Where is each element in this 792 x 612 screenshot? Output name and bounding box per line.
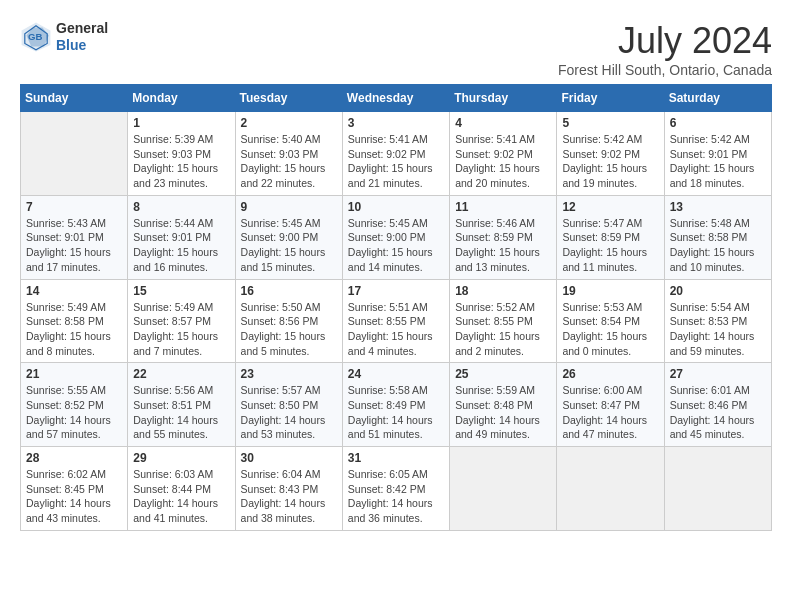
day-info: Sunrise: 5:51 AM Sunset: 8:55 PM Dayligh…: [348, 300, 444, 359]
calendar-cell: 31Sunrise: 6:05 AM Sunset: 8:42 PM Dayli…: [342, 447, 449, 531]
day-number: 22: [133, 367, 229, 381]
day-number: 20: [670, 284, 766, 298]
calendar-cell: 21Sunrise: 5:55 AM Sunset: 8:52 PM Dayli…: [21, 363, 128, 447]
calendar-cell: 2Sunrise: 5:40 AM Sunset: 9:03 PM Daylig…: [235, 112, 342, 196]
calendar-cell: 16Sunrise: 5:50 AM Sunset: 8:56 PM Dayli…: [235, 279, 342, 363]
calendar-cell: 8Sunrise: 5:44 AM Sunset: 9:01 PM Daylig…: [128, 195, 235, 279]
logo-general: General: [56, 20, 108, 36]
day-info: Sunrise: 6:00 AM Sunset: 8:47 PM Dayligh…: [562, 383, 658, 442]
day-info: Sunrise: 5:44 AM Sunset: 9:01 PM Dayligh…: [133, 216, 229, 275]
day-number: 29: [133, 451, 229, 465]
logo: GB General Blue: [20, 20, 108, 54]
day-header-saturday: Saturday: [664, 85, 771, 112]
day-number: 18: [455, 284, 551, 298]
day-header-sunday: Sunday: [21, 85, 128, 112]
calendar-cell: 17Sunrise: 5:51 AM Sunset: 8:55 PM Dayli…: [342, 279, 449, 363]
day-info: Sunrise: 5:45 AM Sunset: 9:00 PM Dayligh…: [348, 216, 444, 275]
day-number: 19: [562, 284, 658, 298]
day-info: Sunrise: 5:40 AM Sunset: 9:03 PM Dayligh…: [241, 132, 337, 191]
day-info: Sunrise: 5:56 AM Sunset: 8:51 PM Dayligh…: [133, 383, 229, 442]
calendar-cell: 6Sunrise: 5:42 AM Sunset: 9:01 PM Daylig…: [664, 112, 771, 196]
day-info: Sunrise: 5:54 AM Sunset: 8:53 PM Dayligh…: [670, 300, 766, 359]
day-number: 17: [348, 284, 444, 298]
day-number: 25: [455, 367, 551, 381]
calendar-cell: [450, 447, 557, 531]
title-block: July 2024 Forest Hill South, Ontario, Ca…: [558, 20, 772, 78]
day-number: 24: [348, 367, 444, 381]
day-number: 3: [348, 116, 444, 130]
calendar-week-1: 1Sunrise: 5:39 AM Sunset: 9:03 PM Daylig…: [21, 112, 772, 196]
day-number: 6: [670, 116, 766, 130]
day-info: Sunrise: 5:49 AM Sunset: 8:57 PM Dayligh…: [133, 300, 229, 359]
calendar-cell: 23Sunrise: 5:57 AM Sunset: 8:50 PM Dayli…: [235, 363, 342, 447]
day-info: Sunrise: 5:53 AM Sunset: 8:54 PM Dayligh…: [562, 300, 658, 359]
page-header: GB General Blue July 2024 Forest Hill So…: [20, 20, 772, 78]
day-header-tuesday: Tuesday: [235, 85, 342, 112]
calendar-cell: 28Sunrise: 6:02 AM Sunset: 8:45 PM Dayli…: [21, 447, 128, 531]
day-info: Sunrise: 6:02 AM Sunset: 8:45 PM Dayligh…: [26, 467, 122, 526]
day-number: 8: [133, 200, 229, 214]
day-info: Sunrise: 6:04 AM Sunset: 8:43 PM Dayligh…: [241, 467, 337, 526]
day-info: Sunrise: 5:52 AM Sunset: 8:55 PM Dayligh…: [455, 300, 551, 359]
day-info: Sunrise: 5:55 AM Sunset: 8:52 PM Dayligh…: [26, 383, 122, 442]
calendar-cell: 14Sunrise: 5:49 AM Sunset: 8:58 PM Dayli…: [21, 279, 128, 363]
calendar-cell: [557, 447, 664, 531]
day-number: 23: [241, 367, 337, 381]
day-info: Sunrise: 5:58 AM Sunset: 8:49 PM Dayligh…: [348, 383, 444, 442]
calendar-cell: 3Sunrise: 5:41 AM Sunset: 9:02 PM Daylig…: [342, 112, 449, 196]
day-number: 13: [670, 200, 766, 214]
day-info: Sunrise: 5:43 AM Sunset: 9:01 PM Dayligh…: [26, 216, 122, 275]
day-number: 31: [348, 451, 444, 465]
calendar-cell: 26Sunrise: 6:00 AM Sunset: 8:47 PM Dayli…: [557, 363, 664, 447]
day-number: 21: [26, 367, 122, 381]
day-info: Sunrise: 5:48 AM Sunset: 8:58 PM Dayligh…: [670, 216, 766, 275]
calendar-cell: 10Sunrise: 5:45 AM Sunset: 9:00 PM Dayli…: [342, 195, 449, 279]
day-info: Sunrise: 5:42 AM Sunset: 9:02 PM Dayligh…: [562, 132, 658, 191]
svg-text:GB: GB: [28, 31, 42, 42]
calendar-cell: 20Sunrise: 5:54 AM Sunset: 8:53 PM Dayli…: [664, 279, 771, 363]
day-number: 27: [670, 367, 766, 381]
calendar-cell: 18Sunrise: 5:52 AM Sunset: 8:55 PM Dayli…: [450, 279, 557, 363]
day-info: Sunrise: 5:45 AM Sunset: 9:00 PM Dayligh…: [241, 216, 337, 275]
day-number: 1: [133, 116, 229, 130]
calendar-cell: 5Sunrise: 5:42 AM Sunset: 9:02 PM Daylig…: [557, 112, 664, 196]
day-info: Sunrise: 5:42 AM Sunset: 9:01 PM Dayligh…: [670, 132, 766, 191]
day-header-wednesday: Wednesday: [342, 85, 449, 112]
day-number: 12: [562, 200, 658, 214]
calendar-cell: 7Sunrise: 5:43 AM Sunset: 9:01 PM Daylig…: [21, 195, 128, 279]
calendar-header-row: SundayMondayTuesdayWednesdayThursdayFrid…: [21, 85, 772, 112]
calendar-cell: 1Sunrise: 5:39 AM Sunset: 9:03 PM Daylig…: [128, 112, 235, 196]
day-info: Sunrise: 5:59 AM Sunset: 8:48 PM Dayligh…: [455, 383, 551, 442]
day-number: 26: [562, 367, 658, 381]
logo-blue: Blue: [56, 37, 86, 53]
day-info: Sunrise: 5:41 AM Sunset: 9:02 PM Dayligh…: [348, 132, 444, 191]
day-info: Sunrise: 5:57 AM Sunset: 8:50 PM Dayligh…: [241, 383, 337, 442]
day-number: 30: [241, 451, 337, 465]
day-number: 10: [348, 200, 444, 214]
day-number: 16: [241, 284, 337, 298]
calendar-cell: 25Sunrise: 5:59 AM Sunset: 8:48 PM Dayli…: [450, 363, 557, 447]
generalblue-logo-icon: GB: [20, 21, 52, 53]
calendar-cell: 15Sunrise: 5:49 AM Sunset: 8:57 PM Dayli…: [128, 279, 235, 363]
day-header-monday: Monday: [128, 85, 235, 112]
location: Forest Hill South, Ontario, Canada: [558, 62, 772, 78]
calendar-cell: 11Sunrise: 5:46 AM Sunset: 8:59 PM Dayli…: [450, 195, 557, 279]
day-info: Sunrise: 5:39 AM Sunset: 9:03 PM Dayligh…: [133, 132, 229, 191]
day-info: Sunrise: 6:03 AM Sunset: 8:44 PM Dayligh…: [133, 467, 229, 526]
calendar-cell: 29Sunrise: 6:03 AM Sunset: 8:44 PM Dayli…: [128, 447, 235, 531]
calendar-cell: 30Sunrise: 6:04 AM Sunset: 8:43 PM Dayli…: [235, 447, 342, 531]
day-number: 11: [455, 200, 551, 214]
calendar-cell: [21, 112, 128, 196]
day-info: Sunrise: 6:01 AM Sunset: 8:46 PM Dayligh…: [670, 383, 766, 442]
day-number: 5: [562, 116, 658, 130]
day-number: 15: [133, 284, 229, 298]
calendar-cell: 9Sunrise: 5:45 AM Sunset: 9:00 PM Daylig…: [235, 195, 342, 279]
day-info: Sunrise: 5:47 AM Sunset: 8:59 PM Dayligh…: [562, 216, 658, 275]
day-info: Sunrise: 5:50 AM Sunset: 8:56 PM Dayligh…: [241, 300, 337, 359]
day-info: Sunrise: 6:05 AM Sunset: 8:42 PM Dayligh…: [348, 467, 444, 526]
calendar-week-2: 7Sunrise: 5:43 AM Sunset: 9:01 PM Daylig…: [21, 195, 772, 279]
month-title: July 2024: [558, 20, 772, 62]
calendar-cell: 13Sunrise: 5:48 AM Sunset: 8:58 PM Dayli…: [664, 195, 771, 279]
day-header-friday: Friday: [557, 85, 664, 112]
calendar-cell: 27Sunrise: 6:01 AM Sunset: 8:46 PM Dayli…: [664, 363, 771, 447]
